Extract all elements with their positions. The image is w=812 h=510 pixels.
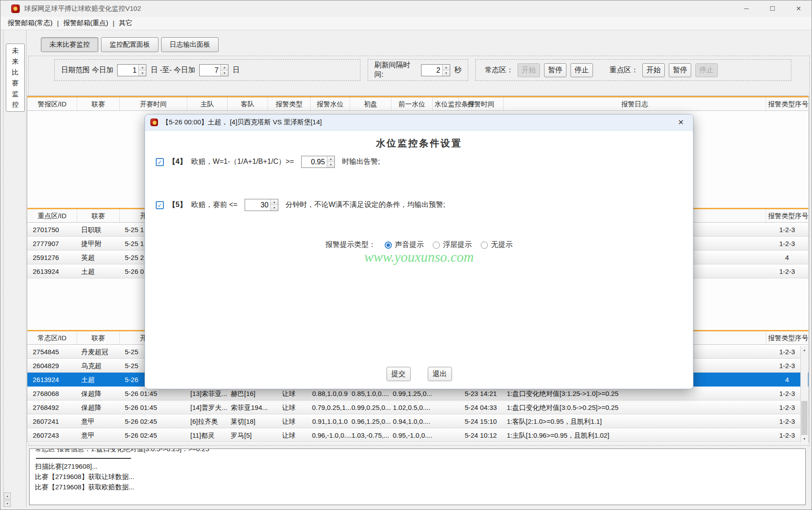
menu-item-alert-mail-key[interactable]: 报警邮箱(重点) xyxy=(61,19,111,27)
condition-4-threshold-spinner[interactable]: 0.95 ▲ ▼ xyxy=(301,156,335,168)
column-header[interactable]: 报警类型序号 xyxy=(766,97,808,110)
maximize-button[interactable]: ☐ xyxy=(759,0,786,17)
key-zone-stop-button[interactable]: 停止 xyxy=(695,63,718,77)
date-from-value: 1 xyxy=(118,65,138,76)
app-icon xyxy=(11,4,20,13)
cell: 意甲 xyxy=(77,428,119,442)
spin-up-icon[interactable]: ▲ xyxy=(327,156,334,162)
column-header[interactable]: 联赛 xyxy=(77,209,119,222)
date-from-spinner[interactable]: 1 ▲ ▼ xyxy=(117,64,146,76)
tab-monitor-config-panel[interactable]: 监控配置面板 xyxy=(101,37,158,52)
date-range-day-label: 日 xyxy=(233,66,240,75)
scroll-down-icon[interactable]: ▼ xyxy=(4,500,11,507)
column-header[interactable]: 报警日志 xyxy=(503,97,766,110)
column-header[interactable]: 报警水位 xyxy=(310,97,350,110)
cell: 日职联 xyxy=(77,223,119,236)
scroll-up-icon[interactable]: ▲ xyxy=(801,346,808,354)
key-zone-start-button[interactable]: 开始 xyxy=(642,63,665,77)
cell: 1.03,-0.75,... xyxy=(350,428,391,442)
condition-5-minutes-spinner[interactable]: 30 ▲ ▼ xyxy=(245,199,278,211)
menu-item-alert-mail-normal[interactable]: 报警邮箱(常态) xyxy=(5,19,55,27)
radio-icon[interactable] xyxy=(433,242,440,249)
spin-down-icon[interactable]: ▼ xyxy=(443,70,450,76)
dialog-heading: 水位监控条件设置 xyxy=(145,137,693,149)
column-header[interactable]: 报警时间 xyxy=(458,97,503,110)
date-to-value: 7 xyxy=(200,65,220,76)
column-header[interactable]: 报警类型序号 xyxy=(766,331,808,344)
spin-down-icon[interactable]: ▼ xyxy=(221,70,228,76)
normal-zone-start-button[interactable]: 开始 xyxy=(518,63,540,77)
spin-up-icon[interactable]: ▲ xyxy=(443,65,450,70)
cell: 5-24 15:10 xyxy=(458,414,503,428)
column-header[interactable]: 开赛时间 xyxy=(119,97,187,110)
alert-type-option-sound[interactable]: 声音提示 xyxy=(385,240,424,250)
cell: 乌克超 xyxy=(77,359,119,372)
spin-down-icon[interactable]: ▼ xyxy=(327,162,334,167)
exit-button[interactable]: 退出 xyxy=(428,367,452,381)
cell: 丹麦超冠 xyxy=(77,345,119,358)
column-header[interactable]: 联赛 xyxy=(77,97,119,110)
table-row[interactable]: 2768492保超降5-26 01:45[14]普罗夫...索菲亚194...让… xyxy=(27,400,808,414)
radio-selected-icon[interactable] xyxy=(385,242,392,249)
alert-type-option-overlay[interactable]: 浮层提示 xyxy=(433,240,472,250)
cell: 0.91,1.0,1.0 xyxy=(310,414,350,428)
cell: 0.99,0.25,0... xyxy=(350,400,391,414)
minimize-button[interactable]: ─ xyxy=(733,0,759,17)
column-header[interactable]: 报警类型序号 xyxy=(766,209,808,222)
key-zone-pause-button[interactable]: 暂停 xyxy=(669,63,691,77)
condition-5-checkbox[interactable]: ✓ xyxy=(156,201,164,209)
column-header[interactable]: 水位监控条件 xyxy=(432,97,458,110)
normal-zone-stop-button[interactable]: 停止 xyxy=(571,63,593,77)
log-output-box[interactable]: 常态区 报警信息：1:盘口变化绝对值[3:0.5->0.25]：>=0.25 扫… xyxy=(29,448,806,505)
table-vertical-scrollbar[interactable]: ▲▼ xyxy=(800,346,808,443)
cell: 土超 xyxy=(77,264,119,278)
window-controls: ─ ☐ ✕ xyxy=(733,0,812,17)
table-row[interactable]: 2607243意甲5-26 02:45[11]都灵罗马[5]让球0.96,-1.… xyxy=(27,428,808,442)
table-row[interactable]: 2607241意甲5-26 02:45[6]拉齐奥莱切[18]让球0.91,1.… xyxy=(27,414,808,428)
dialog-app-icon xyxy=(150,119,158,126)
cell: 1:主队[1:0.96>=0.95，且凯利1.02] xyxy=(503,428,766,442)
column-header[interactable]: 前一水位 xyxy=(391,97,432,110)
tab-future-match-monitor[interactable]: 未来比赛监控 xyxy=(41,37,98,52)
column-header[interactable]: 报警类型 xyxy=(268,97,310,110)
column-header[interactable]: 重点区/ID xyxy=(27,209,77,222)
tab-log-output-panel[interactable]: 日志输出面板 xyxy=(161,37,219,52)
alert-type-option-none[interactable]: 无提示 xyxy=(481,240,513,250)
spin-up-icon[interactable]: ▲ xyxy=(221,65,228,70)
cell: 0.96,-1.0,0.... xyxy=(310,428,350,442)
normal-zone-pause-button[interactable]: 暂停 xyxy=(544,63,566,77)
condition-4-checkbox[interactable]: ✓ xyxy=(156,158,164,166)
submit-button[interactable]: 提交 xyxy=(386,367,411,381)
cell: 保超降 xyxy=(77,387,119,400)
scrollbar-thumb[interactable] xyxy=(801,401,808,437)
date-to-spinner[interactable]: 7 ▲ ▼ xyxy=(199,64,228,76)
tab-bar: 未来比赛监控 监控配置面板 日志输出面板 xyxy=(41,37,219,52)
spin-up-icon[interactable]: ▲ xyxy=(271,199,278,205)
scroll-up-icon[interactable]: ▲ xyxy=(4,492,11,499)
radio-icon[interactable] xyxy=(481,242,488,249)
cell: 2607243 xyxy=(27,428,77,442)
cell: 莱切[18] xyxy=(227,414,268,428)
column-header[interactable]: 警报区/ID xyxy=(27,97,77,110)
column-header[interactable]: 初盘 xyxy=(350,97,391,110)
column-header[interactable]: 主队 xyxy=(187,97,227,110)
close-button[interactable]: ✕ xyxy=(786,0,812,17)
key-zone-label: 重点区： xyxy=(610,66,638,75)
menu-separator: | xyxy=(111,19,116,27)
cell: 1-2-3 xyxy=(766,223,808,236)
menu-item-other[interactable]: 其它 xyxy=(116,19,135,27)
scroll-down-icon[interactable]: ▼ xyxy=(801,435,808,443)
spin-down-icon[interactable]: ▼ xyxy=(139,70,146,76)
cell: 2613924 xyxy=(27,264,77,278)
spin-down-icon[interactable]: ▼ xyxy=(271,205,278,211)
date-range-group: 日期范围 今日加 1 ▲ ▼ 日 -至- 今日加 7 ▲ ▼ 日 xyxy=(54,59,360,81)
column-header[interactable]: 客队 xyxy=(227,97,268,110)
cell: 1:盘口变化绝对值[3:0.5->0.25]>=0.25 xyxy=(503,400,766,414)
refresh-interval-spinner[interactable]: 2 ▲ ▼ xyxy=(421,64,450,76)
log-separator xyxy=(36,458,131,459)
column-header[interactable]: 常态区/ID xyxy=(27,331,77,344)
dialog-close-icon[interactable]: ✕ xyxy=(674,116,688,129)
column-header[interactable]: 联赛 xyxy=(77,331,119,344)
side-tab-future-matches[interactable]: 未来比赛监控 xyxy=(6,44,25,112)
spin-up-icon[interactable]: ▲ xyxy=(139,65,146,70)
